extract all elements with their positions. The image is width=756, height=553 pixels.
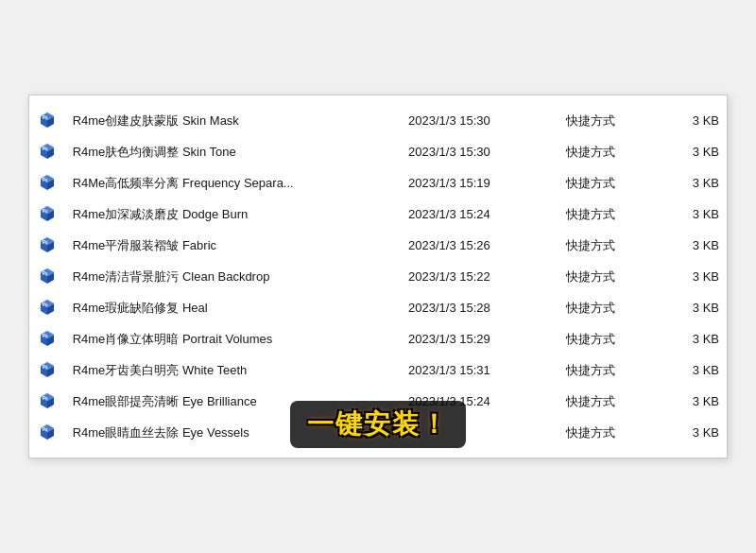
table-row[interactable]: Ps R4me创建皮肤蒙版 Skin Mask2023/1/3 15:30快捷方… <box>29 105 727 136</box>
table-row[interactable]: Ps R4me平滑服装褶皱 Fabric2023/1/3 15:26快捷方式3 … <box>29 230 727 261</box>
file-date-cell: 2023/1/3 15:24 <box>401 199 558 230</box>
ps-file-icon: Ps <box>37 265 58 285</box>
file-date-cell <box>401 417 558 448</box>
file-name-cell: R4me创建皮肤蒙版 Skin Mask <box>65 105 401 136</box>
file-name-text: R4me瑕疵缺陷修复 Heal <box>73 301 208 315</box>
table-row[interactable]: Ps R4me牙齿美白明亮 White Teeth2023/1/3 15:31快… <box>29 354 727 386</box>
table-row[interactable]: Ps R4me肤色均衡调整 Skin Tone2023/1/3 15:30快捷方… <box>29 136 727 167</box>
file-name-cell: R4me加深减淡磨皮 Dodge Burn <box>65 199 401 230</box>
file-type-cell: 快捷方式 <box>558 292 658 323</box>
file-icon-cell: Ps <box>29 354 65 386</box>
file-name-text: R4Me高低频率分离 Frequency Separa... <box>73 176 294 190</box>
file-name-cell: R4me清洁背景脏污 Clean Backdrop <box>65 261 401 292</box>
file-date-cell: 2023/1/3 15:19 <box>401 167 558 199</box>
svg-text:Ps: Ps <box>43 240 48 245</box>
ps-file-icon: Ps <box>37 389 58 410</box>
file-icon-cell: Ps <box>29 136 65 167</box>
file-icon-cell: Ps <box>29 417 65 448</box>
file-size-cell: 3 KB <box>658 136 727 167</box>
file-name-cell: R4me眼睛血丝去除 Eye Vessels <box>65 417 401 448</box>
ps-file-icon: Ps <box>37 109 58 130</box>
file-icon-cell: Ps <box>29 230 65 261</box>
file-date-cell: 2023/1/3 15:29 <box>401 323 558 354</box>
file-name-text: R4me加深减淡磨皮 Dodge Burn <box>73 207 249 221</box>
file-name-text: R4me肤色均衡调整 Skin Tone <box>73 145 236 159</box>
file-type-cell: 快捷方式 <box>558 199 658 230</box>
file-date-cell: 2023/1/3 15:30 <box>401 136 558 167</box>
file-name-text: R4me平滑服装褶皱 Fabric <box>73 238 216 252</box>
ps-file-icon: Ps <box>37 327 58 348</box>
svg-text:Ps: Ps <box>43 365 48 370</box>
file-type-cell: 快捷方式 <box>558 417 658 448</box>
table-row[interactable]: Ps R4me肖像立体明暗 Portrait Volumes2023/1/3 1… <box>29 323 727 354</box>
file-name-text: R4me眼部提亮清晰 Eye Brilliance <box>73 394 257 408</box>
file-type-cell: 快捷方式 <box>558 354 658 386</box>
file-icon-cell: Ps <box>29 199 65 230</box>
svg-text:Ps: Ps <box>43 271 48 276</box>
file-icon-cell: Ps <box>29 167 65 199</box>
file-size-cell: 3 KB <box>658 354 727 386</box>
ps-file-icon: Ps <box>37 296 58 317</box>
file-size-cell: 3 KB <box>658 323 727 354</box>
file-type-cell: 快捷方式 <box>558 105 658 136</box>
file-type-cell: 快捷方式 <box>558 261 658 292</box>
file-icon-cell: Ps <box>29 105 65 136</box>
table-row[interactable]: Ps R4me加深减淡磨皮 Dodge Burn2023/1/3 15:24快捷… <box>29 199 727 230</box>
ps-file-icon: Ps <box>37 202 58 223</box>
file-explorer-window: Ps R4me创建皮肤蒙版 Skin Mask2023/1/3 15:30快捷方… <box>28 95 728 458</box>
file-size-cell: 3 KB <box>658 199 727 230</box>
file-name-cell: R4me肖像立体明暗 Portrait Volumes <box>65 323 401 354</box>
file-name-text: R4me创建皮肤蒙版 Skin Mask <box>73 113 239 128</box>
svg-text:Ps: Ps <box>43 115 48 120</box>
file-date-cell: 2023/1/3 15:24 <box>401 386 558 417</box>
svg-text:Ps: Ps <box>43 302 48 307</box>
file-name-cell: R4me瑕疵缺陷修复 Heal <box>65 292 401 323</box>
svg-text:Ps: Ps <box>43 147 48 151</box>
file-name-cell: R4me肤色均衡调整 Skin Tone <box>65 136 401 167</box>
file-name-text: R4me清洁背景脏污 Clean Backdrop <box>73 269 270 284</box>
table-row[interactable]: Ps R4me清洁背景脏污 Clean Backdrop2023/1/3 15:… <box>29 261 727 292</box>
file-icon-cell: Ps <box>29 386 65 417</box>
file-name-cell: R4me眼部提亮清晰 Eye Brilliance <box>65 386 401 417</box>
svg-text:Ps: Ps <box>43 178 48 182</box>
file-date-cell: 2023/1/3 15:26 <box>401 230 558 261</box>
file-name-cell: R4me平滑服装褶皱 Fabric <box>65 230 401 261</box>
file-size-cell: 3 KB <box>658 167 727 199</box>
svg-text:Ps: Ps <box>43 427 48 432</box>
file-name-text: R4me眼睛血丝去除 Eye Vessels <box>73 425 249 440</box>
file-name-cell: R4Me高低频率分离 Frequency Separa... <box>65 167 401 199</box>
ps-file-icon: Ps <box>37 421 58 441</box>
file-icon-cell: Ps <box>29 261 65 292</box>
table-row[interactable]: Ps R4me瑕疵缺陷修复 Heal2023/1/3 15:28快捷方式3 KB <box>29 292 727 323</box>
file-date-cell: 2023/1/3 15:22 <box>401 261 558 292</box>
file-size-cell: 3 KB <box>658 386 727 417</box>
ps-file-icon: Ps <box>37 171 58 192</box>
file-list-table: Ps R4me创建皮肤蒙版 Skin Mask2023/1/3 15:30快捷方… <box>29 105 727 448</box>
table-row[interactable]: Ps R4me眼睛血丝去除 Eye Vessels快捷方式3 KB <box>29 417 727 448</box>
ps-file-icon: Ps <box>37 140 58 161</box>
table-row[interactable]: Ps R4Me高低频率分离 Frequency Separa...2023/1/… <box>29 167 727 199</box>
file-size-cell: 3 KB <box>658 261 727 292</box>
ps-file-icon: Ps <box>37 233 58 254</box>
file-icon-cell: Ps <box>29 292 65 323</box>
file-type-cell: 快捷方式 <box>558 230 658 261</box>
file-type-cell: 快捷方式 <box>558 386 658 417</box>
file-date-cell: 2023/1/3 15:31 <box>401 354 558 386</box>
file-size-cell: 3 KB <box>658 230 727 261</box>
file-type-cell: 快捷方式 <box>558 323 658 354</box>
file-name-text: R4me牙齿美白明亮 White Teeth <box>73 363 248 377</box>
file-type-cell: 快捷方式 <box>558 136 658 167</box>
file-size-cell: 3 KB <box>658 417 727 448</box>
svg-text:Ps: Ps <box>43 396 48 401</box>
svg-text:Ps: Ps <box>43 334 48 338</box>
file-type-cell: 快捷方式 <box>558 167 658 199</box>
file-name-text: R4me肖像立体明暗 Portrait Volumes <box>73 332 273 346</box>
file-size-cell: 3 KB <box>658 105 727 136</box>
file-date-cell: 2023/1/3 15:30 <box>401 105 558 136</box>
table-row[interactable]: Ps R4me眼部提亮清晰 Eye Brilliance2023/1/3 15:… <box>29 386 727 417</box>
file-name-cell: R4me牙齿美白明亮 White Teeth <box>65 354 401 386</box>
ps-file-icon: Ps <box>37 358 58 379</box>
file-size-cell: 3 KB <box>658 292 727 323</box>
file-icon-cell: Ps <box>29 323 65 354</box>
svg-text:Ps: Ps <box>43 209 48 214</box>
